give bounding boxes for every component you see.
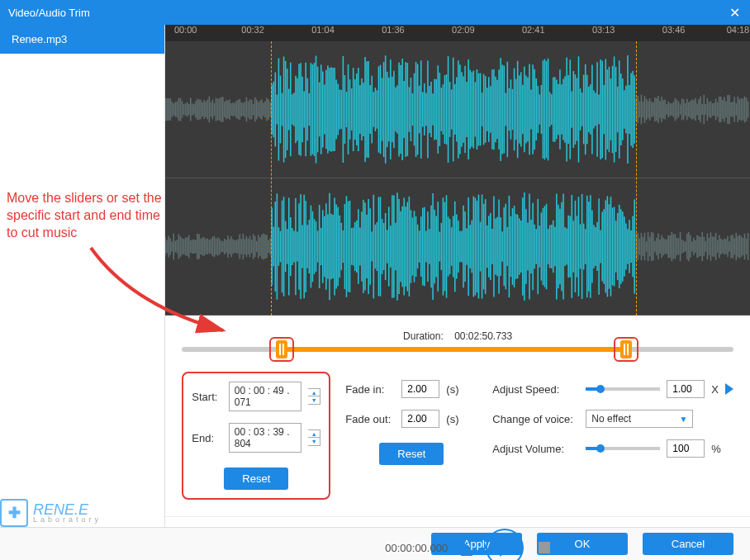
volume-slider[interactable]	[586, 447, 660, 450]
voice-label: Change of voice:	[492, 413, 579, 425]
timeline-tick: 02:09	[452, 25, 475, 35]
start-label: Start:	[192, 391, 221, 403]
end-time-spinner[interactable]: ▲▼	[308, 429, 320, 446]
fadein-unit: (s)	[446, 383, 458, 396]
reset-trim-button[interactable]: Reset	[224, 467, 288, 490]
volume-input[interactable]	[667, 439, 705, 458]
play-button[interactable]	[486, 529, 524, 560]
reset-fade-button[interactable]: Reset	[379, 443, 444, 465]
trim-slider-row: Duration: 00:02:50.733	[165, 316, 750, 360]
end-time-input[interactable]: 00 : 03 : 39 . 804	[229, 423, 302, 453]
start-end-group: Start: 00 : 00 : 49 . 071 ▲▼ End: 00 : 0…	[182, 372, 330, 500]
duration-label: Duration:	[403, 330, 444, 342]
speed-preview-icon[interactable]	[725, 383, 733, 395]
window-title: Video/Audio Trim	[8, 7, 90, 19]
trim-handle-start[interactable]	[276, 340, 287, 358]
file-sidebar: Renee.mp3	[0, 25, 165, 527]
trim-slider-fill	[282, 347, 626, 352]
waveform-channel-left	[165, 41, 750, 178]
voice-select[interactable]: No effect ▼	[586, 410, 693, 428]
speed-slider[interactable]	[586, 387, 660, 391]
fadein-label: Fade in:	[345, 383, 395, 396]
file-list-item[interactable]: Renee.mp3	[0, 25, 164, 54]
speed-input[interactable]	[667, 380, 705, 398]
fadeout-unit: (s)	[446, 413, 458, 425]
duration-value: 00:02:50.733	[454, 330, 512, 342]
close-icon[interactable]: ✕	[729, 5, 740, 21]
volume-label: Adjust Volume:	[492, 443, 579, 455]
trim-marker-start	[271, 41, 272, 316]
editor-panel: 00:0000:3201:0401:3602:0902:4103:1303:46…	[165, 25, 750, 527]
seek-icon[interactable]	[463, 542, 471, 553]
fade-group: Fade in: (s) Fade out: (s) Reset	[345, 372, 477, 500]
timeline-ruler: 00:0000:3201:0401:3602:0902:4103:1303:46…	[165, 25, 750, 41]
start-time-spinner[interactable]: ▲▼	[308, 388, 320, 405]
speed-suffix: X	[711, 383, 719, 396]
timeline-tick: 02:41	[522, 25, 545, 35]
end-label: End:	[192, 432, 221, 444]
trim-slider-track[interactable]	[182, 347, 733, 352]
timeline-tick: 04:18	[727, 25, 750, 35]
fadeout-label: Fade out:	[345, 413, 395, 425]
volume-suffix: %	[711, 443, 721, 455]
chevron-down-icon: ▼	[679, 415, 687, 424]
timeline-tick: 03:13	[592, 25, 615, 35]
trim-marker-end	[636, 41, 637, 316]
speed-label: Adjust Speed:	[492, 383, 579, 396]
timeline-tick: 01:04	[311, 25, 335, 35]
start-time-input[interactable]: 00 : 00 : 49 . 071	[229, 382, 302, 411]
playback-time: 00:00:00.000	[365, 542, 448, 554]
titlebar: Video/Audio Trim ✕	[0, 0, 750, 25]
play-icon	[500, 539, 513, 557]
adjust-group: Adjust Speed: X Change of voice: No effe…	[492, 372, 733, 500]
fadein-input[interactable]	[401, 380, 439, 398]
stop-button[interactable]	[539, 542, 550, 553]
playback-bar: 00:00:00.000	[165, 516, 750, 560]
waveform-channel-right	[165, 178, 750, 315]
timeline-tick: 03:46	[662, 25, 686, 35]
timeline-tick: 01:36	[382, 25, 405, 35]
trim-handle-end[interactable]	[620, 340, 632, 358]
voice-value: No effect	[591, 413, 631, 425]
waveform-display[interactable]	[165, 41, 750, 316]
fadeout-input[interactable]	[401, 410, 439, 428]
timeline-tick: 00:00	[174, 25, 197, 35]
timeline-tick: 00:32	[241, 25, 264, 35]
